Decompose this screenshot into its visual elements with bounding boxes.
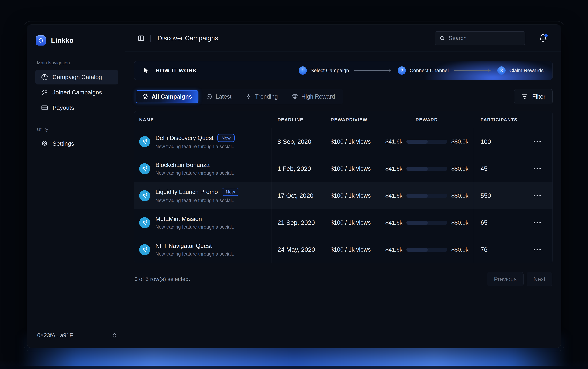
reward-max-value: $80.0k [451, 193, 468, 199]
new-badge: New [222, 188, 239, 196]
participants-value: 45 [480, 165, 488, 172]
table-row[interactable]: Blockchain Bonanza New New trading featu… [134, 155, 552, 182]
participants-value: 550 [480, 192, 491, 199]
sidebar-item-label: Joined Campaigns [52, 89, 102, 96]
topbar: Discover Campaigns [125, 25, 561, 52]
selection-status: 0 of 5 row(s) selected. [134, 276, 190, 282]
reward-progress-fill [406, 140, 428, 144]
reward-per-view-value: $100 / 1k views [324, 219, 380, 226]
sidebar-item-campaign-catalog[interactable]: Campaign Catalog [35, 70, 118, 84]
search-box[interactable] [435, 31, 525, 45]
step-3: 3 Claim Rewards [497, 66, 544, 75]
step-1-label: Select Campaign [311, 68, 349, 73]
tab-latest[interactable]: Latest [200, 90, 238, 103]
previous-page-button[interactable]: Previous [487, 272, 524, 286]
chevrons-up-down-icon [112, 332, 117, 338]
filter-button[interactable]: Filter [514, 89, 553, 104]
cursor-icon [143, 67, 150, 74]
how-it-works-title: HOW IT WORK [156, 67, 197, 74]
reward-per-view-value: $100 / 1k views [324, 138, 380, 145]
content: HOW IT WORK 1 Select Campaign 2 Connec [125, 52, 561, 348]
participants-value: 76 [480, 246, 488, 253]
reward-progress-bar [406, 167, 447, 171]
telegram-icon [139, 190, 150, 201]
brand: Linkko [35, 35, 118, 46]
campaign-name: MetaMint Mission [156, 215, 202, 222]
tab-label: All Campaigns [152, 93, 192, 100]
deadline-value: 17 Oct, 2020 [272, 192, 324, 199]
sidebar-item-label: Settings [52, 140, 74, 147]
table-row[interactable]: NFT Navigator Quest New New trading feat… [134, 236, 552, 263]
reward-min-value: $41.6k [385, 246, 402, 253]
disc-icon [206, 93, 212, 100]
campaign-description: New trading feature through a social... [156, 224, 236, 230]
row-menu-button[interactable] [533, 140, 541, 144]
reward-progress-bar [406, 194, 447, 198]
next-page-button[interactable]: Next [527, 272, 552, 286]
table-row[interactable]: MetaMint Mission New New trading feature… [134, 209, 552, 236]
checklist-icon [41, 89, 48, 96]
tab-high-reward[interactable]: High Reward [285, 90, 342, 103]
table-row[interactable]: Liquidity Launch Promo New New trading f… [134, 182, 552, 209]
row-menu-button[interactable] [533, 247, 541, 252]
filter-label: Filter [532, 93, 545, 100]
table-header: NAME DEADLINE REWARD/VIEW REWARD PARTICI… [134, 111, 552, 128]
credit-card-icon [41, 104, 48, 111]
brand-name: Linkko [51, 37, 74, 44]
telegram-icon [139, 244, 150, 255]
table-row[interactable]: DeFi Discovery Quest New New trading fea… [134, 128, 552, 155]
reward-per-view-value: $100 / 1k views [324, 192, 380, 199]
telegram-icon [139, 136, 150, 147]
telegram-icon [139, 217, 150, 228]
steps: 1 Select Campaign 2 Connect Channel [299, 66, 544, 75]
campaign-name: NFT Navigator Quest [156, 243, 212, 249]
step-1: 1 Select Campaign [299, 66, 349, 75]
campaign-name: Blockchain Bonanza [156, 162, 209, 168]
reward-progress-fill [406, 248, 428, 252]
search-icon [440, 35, 445, 41]
sidebar-item-joined-campaigns[interactable]: Joined Campaigns [35, 85, 118, 100]
column-header-reward: REWARD [380, 117, 474, 122]
step-1-number: 1 [299, 66, 307, 75]
participants-value: 65 [480, 219, 488, 226]
wallet-selector[interactable]: 0×23fA...a91F [35, 332, 118, 339]
sidebar-item-settings[interactable]: Settings [35, 136, 118, 151]
sidebar: Linkko Main Navigation Campaign Catalog … [27, 25, 125, 348]
table-body: DeFi Discovery Quest New New trading fea… [134, 128, 552, 263]
reward-max-value: $80.0k [451, 246, 468, 253]
layers-icon [142, 93, 148, 100]
column-header-name: NAME [134, 117, 272, 122]
sidebar-toggle-button[interactable] [137, 34, 145, 42]
notifications-button[interactable] [539, 34, 548, 43]
search-input[interactable] [449, 35, 521, 41]
campaign-description: New trading feature through a social... [156, 170, 236, 176]
reward-per-view-value: $100 / 1k views [324, 246, 380, 253]
tabs-row: All Campaigns Latest Trending [134, 89, 553, 104]
gem-icon [292, 93, 298, 100]
app-window: Linkko Main Navigation Campaign Catalog … [27, 25, 561, 348]
step-arrow-icon [354, 69, 392, 72]
deadline-value: 21 Sep, 2020 [272, 219, 324, 226]
step-2-label: Connect Channel [410, 68, 449, 73]
new-badge: New [217, 134, 235, 142]
sidebar-section-utility: Utility [37, 127, 118, 132]
how-it-works-banner: HOW IT WORK 1 Select Campaign 2 Connec [134, 61, 553, 80]
table-footer: 0 of 5 row(s) selected. Previous Next [134, 272, 553, 286]
campaign-description: New trading feature through a social... [156, 251, 236, 257]
reward-min-value: $41.6k [385, 165, 402, 172]
wallet-address: 0×23fA...a91F [37, 332, 73, 339]
sidebar-item-label: Campaign Catalog [52, 74, 102, 81]
sidebar-item-payouts[interactable]: Payouts [35, 100, 118, 115]
row-menu-button[interactable] [533, 220, 541, 225]
row-menu-button[interactable] [533, 166, 541, 171]
tab-trending[interactable]: Trending [239, 90, 284, 103]
row-menu-button[interactable] [533, 194, 541, 198]
reward-progress-fill [406, 167, 428, 171]
reward-max-value: $80.0k [451, 138, 468, 145]
reward-progress-bar [406, 140, 447, 144]
filter-lines-icon [521, 94, 528, 99]
tab-all-campaigns[interactable]: All Campaigns [136, 90, 198, 103]
sidebar-item-label: Payouts [52, 104, 74, 111]
deadline-value: 24 May, 2020 [272, 246, 324, 253]
reward-max-value: $80.0k [451, 220, 468, 226]
